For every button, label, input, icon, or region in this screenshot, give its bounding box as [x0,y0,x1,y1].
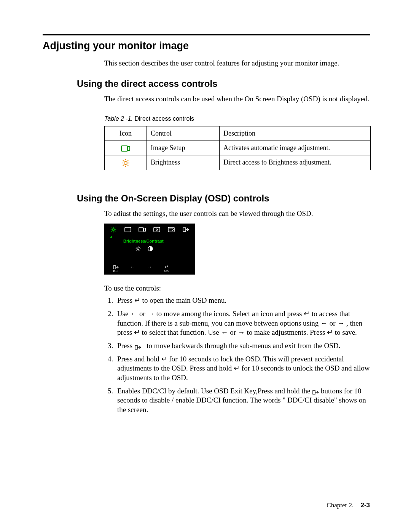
control-description: Activates automatic image adjustment. [220,141,371,155]
page-footer: Chapter 2. 2-3 [327,502,370,509]
osd-exit-indicator: Exit [108,265,123,273]
options-icon [166,227,177,232]
control-name: Image Setup [147,141,220,155]
svg-line-8 [127,165,128,166]
image-setup-icon [137,227,148,232]
table-caption-text: Direct access controls [133,115,194,122]
svg-line-7 [123,160,124,161]
osd-intro: To adiust the settings, the user control… [104,209,370,218]
exit-icon [134,342,141,347]
osd-ok-indicator: ↵OK [159,265,174,273]
list-item: Use ← or → to move among the icons. Sele… [115,309,370,337]
subsection-direct-access-title: Using the direct access controls [77,78,370,89]
list-item: Enables DDC/CI by default. Use OSD Exit … [115,387,370,415]
steps-intro: To use the controls: [104,284,370,293]
footer-page-number: 2-3 [360,502,370,509]
svg-line-18 [115,228,116,228]
svg-point-2 [124,161,127,165]
osd-ok-label: OK [159,270,174,273]
svg-line-17 [115,231,116,232]
subsection-osd-title: Using the On-Screen Display (OSD) contro… [77,193,370,204]
svg-rect-23 [154,227,160,232]
osd-bottom-row: Exit ← → ↵OK [108,263,191,273]
footer-chapter: Chapter 2. [327,502,354,509]
svg-line-10 [123,165,124,166]
th-description: Description [220,126,371,141]
svg-line-37 [136,250,137,250]
exit-icon [312,387,319,393]
th-icon: Icon [105,126,147,141]
contrast-sub-icon [148,246,153,251]
osd-screenshot: ▲ Brightness/Contrast Exit ← → ↵OK [104,224,195,275]
brightness-icon [108,227,119,233]
svg-rect-22 [143,228,145,231]
osd-exit-label: Exit [108,270,123,273]
table-caption-label: Table 2 -1. [104,115,133,122]
osd-menu-icons [108,227,191,233]
brightness-icon [105,155,147,170]
section-rule [43,34,370,35]
svg-line-34 [136,247,137,248]
th-control: Control [147,126,220,141]
svg-point-11 [112,228,115,231]
brightness-sub-icon [135,246,141,251]
osd-under-marker: ▲ [110,235,191,238]
svg-line-35 [139,250,140,250]
steps-list: Press ↵ to open the main OSD menu. Use ←… [104,296,370,415]
table-row: Image Setup Activates automatic image ad… [105,141,371,155]
left-arrow-icon: ← [125,265,140,273]
svg-rect-21 [139,227,143,232]
svg-rect-20 [125,227,131,232]
intro-text: This section describes the user control … [104,59,370,68]
svg-line-9 [127,160,128,161]
svg-point-24 [156,229,158,230]
svg-line-16 [112,228,112,228]
svg-point-29 [137,248,139,250]
svg-rect-1 [128,147,130,150]
document-page: Adjusting your monitor image This sectio… [0,0,411,532]
section-title: Adjusting your monitor image [43,40,370,52]
svg-line-36 [139,247,140,248]
list-item: Press and hold ↵ for 10 seconds to lock … [115,355,370,383]
list-item: Press ↵ to open the main OSD menu. [115,296,370,305]
table-row: Brightness Direct access to Brightness a… [105,155,371,170]
control-name: Brightness [147,155,220,170]
direct-access-intro: The direct access controls can be used w… [104,94,370,104]
image-setup-icon [105,141,147,155]
right-arrow-icon: → [142,265,157,273]
image-position-icon [123,227,133,232]
osd-active-label: Brightness/Contrast [123,239,191,243]
svg-line-19 [112,231,112,232]
exit-icon [180,227,191,232]
osd-sub-icons [135,246,191,251]
direct-access-table: Icon Control Description Image Setup Act… [104,126,371,170]
table-header-row: Icon Control Description [105,126,371,141]
list-item: Press to move backwards through the sub-… [115,341,370,351]
image-properties-icon [151,227,162,232]
control-description: Direct access to Brightness adjustment. [220,155,371,170]
table-caption: Table 2 -1. Direct access controls [104,115,370,122]
svg-rect-0 [121,146,127,151]
